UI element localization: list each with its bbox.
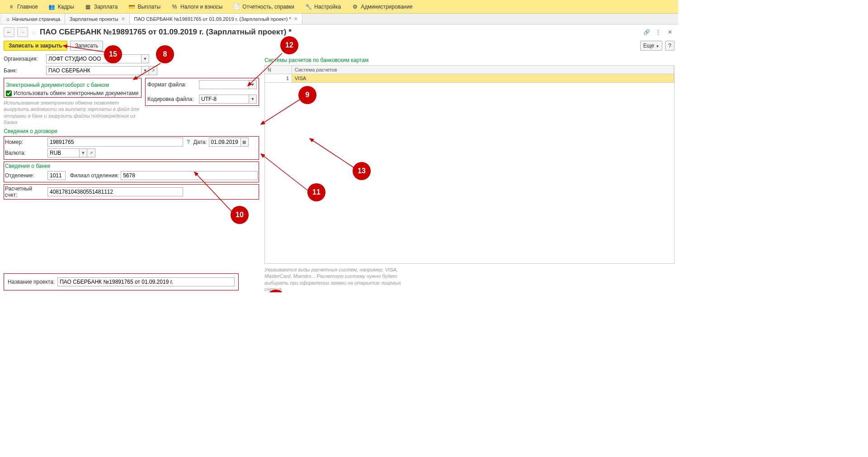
chevron-down-icon: ▼ [656,44,659,48]
edo-hint: Использование электронного обмена позвол… [4,100,142,125]
kebab-icon[interactable]: ⋮ [654,28,663,37]
contract-section-title: Сведения о договоре [4,128,259,134]
save-close-button[interactable]: Записать и закрыть [4,41,67,51]
use-edo-label: Использовать обмен электронными документ… [14,90,138,96]
main-menubar: ≡Главное 👥Кадры ▦Зарплата 💳Выплаты %Нало… [0,0,678,14]
account-label: Расчетный счет: [5,186,46,198]
forward-button[interactable]: → [17,27,28,37]
dropdown-button[interactable]: ▼ [141,66,149,75]
file-encoding-input[interactable] [199,95,249,104]
calendar-icon: ▦ [85,4,91,10]
menu-salary-label: Зарплата [94,4,118,10]
menu-salary[interactable]: ▦Зарплата [80,2,123,12]
more-label: Еще [643,43,654,49]
save-button[interactable]: Записать [70,41,103,51]
organization-input[interactable] [46,54,141,63]
annotation-9: 9 [298,86,316,104]
menu-personnel[interactable]: 👥Кадры [44,2,79,12]
close-icon[interactable]: ✕ [665,28,675,37]
date-input[interactable] [209,138,241,147]
col-n: N [265,66,292,74]
dropdown-button[interactable]: ▼ [249,95,257,104]
branch-label: Отделение: [5,172,46,179]
col-system: Система расчетов [292,66,674,74]
currency-input[interactable] [47,148,79,157]
branch-filial-label: Филиал отделения: [70,172,119,179]
bank-input[interactable] [46,66,141,75]
menu-payments-label: Выплаты [137,4,160,10]
organization-label: Организация: [4,56,44,62]
menu-settings-label: Настройка [314,4,341,10]
bank-label: Банк: [4,67,44,74]
cell-system: VISA [292,74,674,82]
menu-settings[interactable]: 🔧Настройка [301,2,345,12]
file-encoding-label: Кодировка файла: [147,96,197,102]
menu-main[interactable]: ≡Главное [4,2,42,12]
favorite-star-icon[interactable]: ☆ [31,28,37,37]
project-name-input[interactable] [57,277,235,286]
number-label: Номер: [5,139,46,145]
branch-input[interactable] [47,171,66,180]
toolbar: Записать и закрыть Записать Еще ▼ ? [0,40,678,54]
menu-taxes-label: Налоги и взносы [180,4,222,10]
people-icon: 👥 [49,4,55,10]
card-table-header: N Система расчетов [264,65,675,74]
tab-projects-label: Зарплатные проекты [70,16,118,22]
bank-section-title: Сведения о банке [5,163,258,169]
menu-reports[interactable]: 📄Отчетность, справки [229,2,299,12]
link-icon[interactable]: 🔗 [642,28,651,37]
annotation-10: 10 [231,206,249,224]
percent-icon: % [171,4,178,10]
close-icon[interactable]: ✕ [121,16,125,21]
help-icon[interactable]: ? [185,139,192,145]
menu-admin-label: Администрирование [361,4,412,10]
menu-taxes[interactable]: %Налоги и взносы [167,2,227,12]
card-table-body[interactable] [264,83,675,264]
tab-home-label: Начальная страница [12,16,60,22]
dropdown-button[interactable]: ▼ [141,54,149,63]
annotation-8: 8 [156,45,174,63]
dropdown-button[interactable]: ▼ [79,148,87,157]
card-table-row[interactable]: 1 VISA [264,74,675,83]
wrench-icon: 🔧 [305,4,311,10]
tab-home[interactable]: ⌂Начальная страница [2,14,65,24]
page-title: ПАО СБЕРБАНК №19891765 от 01.09.2019 г. … [40,28,292,37]
annotation-15: 15 [104,45,122,63]
menu-main-label: Главное [17,4,38,10]
number-input[interactable] [47,138,183,147]
project-name-label: Название проекта: [8,279,55,285]
menu-reports-label: Отчетность, справки [242,4,294,10]
tab-current-label: ПАО СБЕРБАНК №19891765 от 01.09.2019 г. … [134,16,291,22]
help-button[interactable]: ? [665,41,675,51]
dropdown-button[interactable]: ▼ [249,80,257,89]
annotation-11: 11 [307,183,326,201]
close-icon[interactable]: ✕ [294,16,297,21]
currency-label: Валюта: [5,150,46,156]
tab-current[interactable]: ПАО СБЕРБАНК №19891765 от 01.09.2019 г. … [130,14,302,24]
hamburger-icon: ≡ [8,4,14,10]
calendar-button[interactable]: ▦ [241,138,249,147]
tab-projects[interactable]: Зарплатные проекты✕ [65,14,130,24]
cell-n: 1 [265,74,292,82]
account-input[interactable] [47,187,183,196]
tabbar: ⌂Начальная страница Зарплатные проекты✕ … [0,14,678,24]
use-edo-checkbox[interactable] [6,90,12,96]
title-row: ← → ☆ ПАО СБЕРБАНК №19891765 от 01.09.20… [0,24,678,40]
card-systems-title: Системы расчетов по банковским картам [264,57,675,63]
open-button[interactable]: ↗ [87,148,95,157]
branch-filial-input[interactable] [121,171,258,180]
more-button[interactable]: Еще ▼ [640,41,663,51]
wallet-icon: 💳 [128,4,135,10]
gear-icon: ⚙ [352,4,358,10]
home-icon: ⌂ [6,16,9,22]
annotation-12: 12 [280,36,298,54]
menu-personnel-label: Кадры [58,4,74,10]
menu-admin[interactable]: ⚙Администрирование [347,2,417,12]
document-icon: 📄 [233,4,240,10]
edo-section-title: Электронный документооборот с банком [6,82,139,88]
file-format-input[interactable] [199,80,249,89]
menu-payments[interactable]: 💳Выплаты [124,2,165,12]
open-button[interactable]: ↗ [149,66,157,75]
back-button[interactable]: ← [4,27,14,37]
annotation-13: 13 [353,162,371,180]
